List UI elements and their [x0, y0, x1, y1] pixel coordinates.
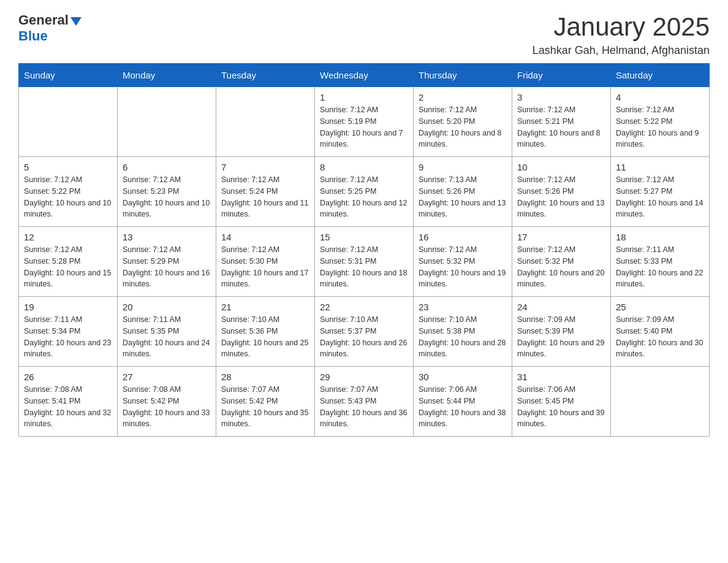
calendar-cell: 22Sunrise: 7:10 AMSunset: 5:37 PMDayligh…: [315, 297, 414, 367]
week-row-3: 12Sunrise: 7:12 AMSunset: 5:28 PMDayligh…: [19, 227, 710, 297]
week-row-1: 1Sunrise: 7:12 AMSunset: 5:19 PMDaylight…: [19, 87, 710, 157]
calendar-cell: 17Sunrise: 7:12 AMSunset: 5:32 PMDayligh…: [512, 227, 611, 297]
day-info: Sunrise: 7:12 AMSunset: 5:22 PMDaylight:…: [616, 104, 704, 150]
day-info: Sunrise: 7:12 AMSunset: 5:21 PMDaylight:…: [517, 104, 605, 150]
calendar-cell: 29Sunrise: 7:07 AMSunset: 5:43 PMDayligh…: [315, 367, 414, 437]
day-info: Sunrise: 7:12 AMSunset: 5:30 PMDaylight:…: [221, 244, 309, 290]
day-info: Sunrise: 7:09 AMSunset: 5:40 PMDaylight:…: [616, 314, 704, 360]
logo-blue: Blue: [18, 28, 48, 44]
calendar-cell: 4Sunrise: 7:12 AMSunset: 5:22 PMDaylight…: [611, 87, 710, 157]
day-number: 3: [517, 92, 605, 102]
day-info: Sunrise: 7:08 AMSunset: 5:41 PMDaylight:…: [24, 384, 112, 430]
logo-triangle-icon: [70, 17, 82, 26]
calendar-cell: 1Sunrise: 7:12 AMSunset: 5:19 PMDaylight…: [315, 87, 414, 157]
calendar-cell: 28Sunrise: 7:07 AMSunset: 5:42 PMDayligh…: [216, 367, 315, 437]
calendar-cell: 27Sunrise: 7:08 AMSunset: 5:42 PMDayligh…: [118, 367, 216, 437]
calendar-cell: 13Sunrise: 7:12 AMSunset: 5:29 PMDayligh…: [118, 227, 216, 297]
day-info: Sunrise: 7:06 AMSunset: 5:44 PMDaylight:…: [419, 384, 507, 430]
day-number: 22: [320, 302, 408, 312]
day-info: Sunrise: 7:09 AMSunset: 5:39 PMDaylight:…: [517, 314, 605, 360]
calendar-table: SundayMondayTuesdayWednesdayThursdayFrid…: [18, 63, 710, 437]
day-number: 24: [517, 302, 605, 312]
day-info: Sunrise: 7:11 AMSunset: 5:34 PMDaylight:…: [24, 314, 112, 360]
day-info: Sunrise: 7:07 AMSunset: 5:42 PMDaylight:…: [221, 384, 309, 430]
day-info: Sunrise: 7:12 AMSunset: 5:27 PMDaylight:…: [616, 174, 704, 220]
calendar-cell: 19Sunrise: 7:11 AMSunset: 5:34 PMDayligh…: [19, 297, 118, 367]
day-number: 20: [123, 302, 211, 312]
day-number: 4: [616, 92, 704, 102]
day-number: 31: [517, 372, 605, 382]
day-number: 8: [320, 162, 408, 172]
weekday-header-row: SundayMondayTuesdayWednesdayThursdayFrid…: [19, 64, 710, 87]
calendar-cell: 26Sunrise: 7:08 AMSunset: 5:41 PMDayligh…: [19, 367, 118, 437]
calendar-cell: 12Sunrise: 7:12 AMSunset: 5:28 PMDayligh…: [19, 227, 118, 297]
calendar-cell: 14Sunrise: 7:12 AMSunset: 5:30 PMDayligh…: [216, 227, 315, 297]
calendar-cell: 15Sunrise: 7:12 AMSunset: 5:31 PMDayligh…: [315, 227, 414, 297]
day-number: 11: [616, 162, 704, 172]
calendar-cell: 3Sunrise: 7:12 AMSunset: 5:21 PMDaylight…: [512, 87, 611, 157]
calendar-title: January 2025: [533, 12, 710, 42]
day-info: Sunrise: 7:12 AMSunset: 5:25 PMDaylight:…: [320, 174, 408, 220]
day-number: 13: [123, 232, 211, 242]
day-info: Sunrise: 7:12 AMSunset: 5:28 PMDaylight:…: [24, 244, 112, 290]
week-row-2: 5Sunrise: 7:12 AMSunset: 5:22 PMDaylight…: [19, 157, 710, 227]
weekday-sunday: Sunday: [19, 64, 118, 87]
day-info: Sunrise: 7:12 AMSunset: 5:26 PMDaylight:…: [517, 174, 605, 220]
title-section: January 2025 Lashkar Gah, Helmand, Afgha…: [533, 12, 710, 57]
day-info: Sunrise: 7:12 AMSunset: 5:32 PMDaylight:…: [419, 244, 507, 290]
calendar-cell: 10Sunrise: 7:12 AMSunset: 5:26 PMDayligh…: [512, 157, 611, 227]
day-info: Sunrise: 7:12 AMSunset: 5:29 PMDaylight:…: [123, 244, 211, 290]
day-number: 14: [221, 232, 309, 242]
weekday-monday: Monday: [118, 64, 216, 87]
day-info: Sunrise: 7:12 AMSunset: 5:32 PMDaylight:…: [517, 244, 605, 290]
day-info: Sunrise: 7:12 AMSunset: 5:31 PMDaylight:…: [320, 244, 408, 290]
day-info: Sunrise: 7:12 AMSunset: 5:24 PMDaylight:…: [221, 174, 309, 220]
logo: General Blue: [18, 12, 82, 44]
calendar-cell: 23Sunrise: 7:10 AMSunset: 5:38 PMDayligh…: [414, 297, 512, 367]
calendar-cell: 11Sunrise: 7:12 AMSunset: 5:27 PMDayligh…: [611, 157, 710, 227]
calendar-cell: 7Sunrise: 7:12 AMSunset: 5:24 PMDaylight…: [216, 157, 315, 227]
day-info: Sunrise: 7:12 AMSunset: 5:23 PMDaylight:…: [123, 174, 211, 220]
day-number: 25: [616, 302, 704, 312]
day-number: 15: [320, 232, 408, 242]
day-number: 23: [419, 302, 507, 312]
day-info: Sunrise: 7:13 AMSunset: 5:26 PMDaylight:…: [419, 174, 507, 220]
logo-general: General: [18, 12, 69, 28]
calendar-cell: 16Sunrise: 7:12 AMSunset: 5:32 PMDayligh…: [414, 227, 512, 297]
weekday-wednesday: Wednesday: [315, 64, 414, 87]
day-number: 30: [419, 372, 507, 382]
day-info: Sunrise: 7:12 AMSunset: 5:20 PMDaylight:…: [419, 104, 507, 150]
day-info: Sunrise: 7:10 AMSunset: 5:37 PMDaylight:…: [320, 314, 408, 360]
calendar-cell: 18Sunrise: 7:11 AMSunset: 5:33 PMDayligh…: [611, 227, 710, 297]
day-number: 16: [419, 232, 507, 242]
calendar-cell: [118, 87, 216, 157]
day-number: 26: [24, 372, 112, 382]
calendar-cell: 21Sunrise: 7:10 AMSunset: 5:36 PMDayligh…: [216, 297, 315, 367]
day-info: Sunrise: 7:06 AMSunset: 5:45 PMDaylight:…: [517, 384, 605, 430]
day-number: 28: [221, 372, 309, 382]
day-info: Sunrise: 7:12 AMSunset: 5:22 PMDaylight:…: [24, 174, 112, 220]
day-number: 6: [123, 162, 211, 172]
day-number: 1: [320, 92, 408, 102]
day-number: 21: [221, 302, 309, 312]
calendar-cell: 2Sunrise: 7:12 AMSunset: 5:20 PMDaylight…: [414, 87, 512, 157]
weekday-friday: Friday: [512, 64, 611, 87]
day-info: Sunrise: 7:08 AMSunset: 5:42 PMDaylight:…: [123, 384, 211, 430]
day-number: 5: [24, 162, 112, 172]
day-number: 17: [517, 232, 605, 242]
calendar-cell: 6Sunrise: 7:12 AMSunset: 5:23 PMDaylight…: [118, 157, 216, 227]
calendar-cell: 20Sunrise: 7:11 AMSunset: 5:35 PMDayligh…: [118, 297, 216, 367]
day-number: 12: [24, 232, 112, 242]
day-number: 19: [24, 302, 112, 312]
day-info: Sunrise: 7:07 AMSunset: 5:43 PMDaylight:…: [320, 384, 408, 430]
calendar-cell: 31Sunrise: 7:06 AMSunset: 5:45 PMDayligh…: [512, 367, 611, 437]
calendar-subtitle: Lashkar Gah, Helmand, Afghanistan: [533, 44, 710, 57]
calendar-cell: 30Sunrise: 7:06 AMSunset: 5:44 PMDayligh…: [414, 367, 512, 437]
day-number: 2: [419, 92, 507, 102]
day-number: 10: [517, 162, 605, 172]
calendar-cell: 5Sunrise: 7:12 AMSunset: 5:22 PMDaylight…: [19, 157, 118, 227]
day-info: Sunrise: 7:11 AMSunset: 5:33 PMDaylight:…: [616, 244, 704, 290]
calendar-cell: [611, 367, 710, 437]
day-number: 9: [419, 162, 507, 172]
weekday-tuesday: Tuesday: [216, 64, 315, 87]
